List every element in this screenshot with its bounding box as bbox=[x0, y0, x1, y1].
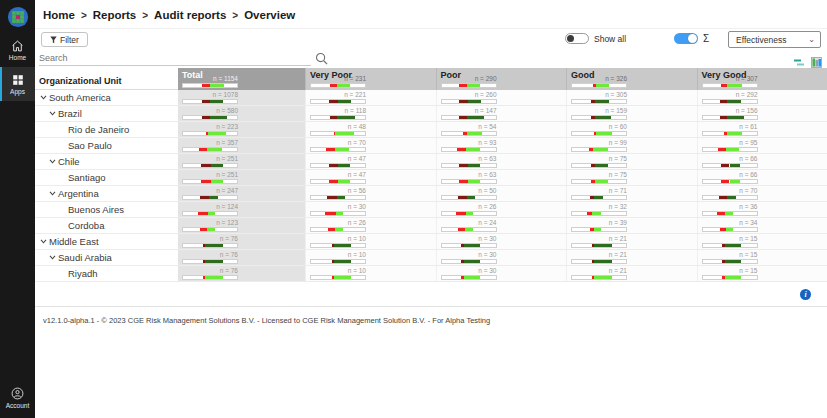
cell-summary: n = 75 bbox=[571, 171, 627, 184]
search-input[interactable] bbox=[39, 51, 311, 66]
bar-red-segment bbox=[329, 164, 338, 167]
collapse-chevron-icon[interactable] bbox=[49, 159, 56, 164]
table-body: South American = 1078n = 221n = 260n = 3… bbox=[35, 90, 827, 282]
distribution-bar bbox=[702, 227, 758, 232]
collapse-chevron-icon[interactable] bbox=[49, 255, 56, 260]
sidebar-item-account[interactable]: Account bbox=[0, 380, 35, 415]
distribution-bar bbox=[571, 179, 627, 184]
bar-green-segment bbox=[466, 148, 480, 151]
column-header-poor[interactable]: Poorn = 290 bbox=[436, 68, 567, 90]
n-count-label: n = 26 bbox=[310, 219, 366, 226]
org-unit-cell[interactable]: Brazil bbox=[35, 106, 178, 121]
org-unit-cell[interactable]: Sao Paulo bbox=[35, 138, 178, 153]
cell-summary: n = 93 bbox=[441, 139, 497, 152]
column-header-good[interactable]: Goodn = 326 bbox=[566, 68, 697, 90]
n-count-label: n = 21 bbox=[571, 251, 627, 258]
cell-summary: n = 54 bbox=[441, 123, 497, 136]
collapse-chevron-icon[interactable] bbox=[49, 111, 56, 116]
bar-green-segment bbox=[468, 100, 482, 103]
bar-green-segment bbox=[726, 148, 740, 151]
bar-green-segment bbox=[338, 164, 350, 167]
effectiveness-dropdown[interactable]: Effectiveness ⌄ bbox=[728, 31, 821, 48]
bar-green-segment bbox=[334, 260, 351, 263]
show-all-toggle[interactable] bbox=[565, 33, 589, 44]
apps-grid-icon bbox=[12, 74, 24, 86]
filter-button-label: Filter bbox=[60, 35, 79, 45]
cell-summary: n = 34 bbox=[702, 219, 758, 232]
value-cell: n = 47 bbox=[305, 170, 436, 185]
value-cell: n = 223 bbox=[178, 122, 305, 137]
bar-green-segment bbox=[209, 196, 218, 199]
n-count-label: n = 147 bbox=[441, 107, 497, 114]
distribution-bar bbox=[182, 163, 238, 168]
value-cell: n = 24 bbox=[436, 218, 567, 233]
distribution-bar bbox=[182, 195, 238, 200]
cell-summary: n = 15 bbox=[702, 251, 758, 264]
n-count-label: n = 34 bbox=[702, 219, 758, 226]
sidebar-item-home[interactable]: Home bbox=[0, 33, 35, 67]
breadcrumb-separator: > bbox=[232, 10, 238, 21]
column-header-very-good[interactable]: Very Goodn = 307 bbox=[697, 68, 827, 90]
n-count-label: n = 307 bbox=[702, 75, 758, 82]
n-count-label: n = 36 bbox=[702, 203, 758, 210]
n-count-label: n = 93 bbox=[441, 139, 497, 146]
n-count-label: n = 15 bbox=[702, 251, 758, 258]
value-cell: n = 251 bbox=[178, 170, 305, 185]
info-icon[interactable]: i bbox=[800, 289, 811, 300]
value-cell: n = 292 bbox=[697, 90, 827, 105]
org-unit-cell[interactable]: Riyadh bbox=[35, 266, 178, 281]
bar-green-segment bbox=[595, 164, 607, 167]
org-unit-cell[interactable]: Middle East bbox=[35, 234, 178, 249]
cell-summary: n = 10 bbox=[310, 251, 366, 264]
org-unit-cell[interactable]: Santiago bbox=[35, 170, 178, 185]
org-unit-cell[interactable]: Rio de Janeiro bbox=[35, 122, 178, 137]
n-count-label: n = 47 bbox=[310, 171, 366, 178]
breadcrumb-separator: > bbox=[81, 10, 87, 21]
n-count-label: n = 21 bbox=[571, 267, 627, 274]
breadcrumb-item[interactable]: Overview bbox=[244, 9, 295, 21]
n-count-label: n = 70 bbox=[702, 187, 758, 194]
bar-red-segment bbox=[330, 84, 338, 87]
bar-green-segment bbox=[205, 276, 223, 279]
collapse-chevron-icon[interactable] bbox=[49, 191, 56, 196]
value-cell: n = 50 bbox=[436, 186, 567, 201]
value-cell: n = 147 bbox=[436, 106, 567, 121]
search-icon[interactable] bbox=[315, 51, 328, 69]
collapse-chevron-icon[interactable] bbox=[40, 95, 47, 100]
cell-summary: n = 10 bbox=[310, 235, 366, 248]
cell-summary: n = 580 bbox=[182, 107, 238, 120]
sidebar-item-apps[interactable]: Apps bbox=[0, 67, 35, 101]
org-unit-cell[interactable]: Saudi Arabia bbox=[35, 250, 178, 265]
distribution-bar bbox=[441, 195, 497, 200]
toolbar: Filter Show all Σ Effectiveness ⌄ bbox=[35, 29, 827, 50]
n-count-label: n = 1154 bbox=[182, 75, 238, 82]
bar-green-segment bbox=[594, 276, 612, 279]
collapse-chevron-icon[interactable] bbox=[40, 239, 47, 244]
distribution-bar bbox=[571, 131, 627, 136]
distribution-bar bbox=[702, 243, 758, 248]
org-unit-cell[interactable]: Cordoba bbox=[35, 218, 178, 233]
breadcrumb-item[interactable]: Home bbox=[43, 9, 75, 21]
distribution-bar bbox=[702, 211, 758, 216]
bar-green-segment bbox=[211, 180, 224, 183]
column-header-very-poor[interactable]: Very Poorn = 231 bbox=[305, 68, 436, 90]
org-unit-cell[interactable]: Chile bbox=[35, 154, 178, 169]
n-count-label: n = 10 bbox=[310, 235, 366, 242]
sigma-toggle[interactable] bbox=[674, 33, 698, 44]
breadcrumb-item[interactable]: Audit reports bbox=[154, 9, 226, 21]
cell-summary: n = 10 bbox=[310, 267, 366, 280]
org-unit-cell[interactable]: Argentina bbox=[35, 186, 178, 201]
breadcrumb-item[interactable]: Reports bbox=[93, 9, 136, 21]
column-header-total[interactable]: Totaln = 1154 bbox=[178, 68, 305, 90]
org-unit-cell[interactable]: South America bbox=[35, 90, 178, 105]
app-logo[interactable] bbox=[0, 0, 35, 33]
org-unit-cell[interactable]: Buenos Aires bbox=[35, 202, 178, 217]
org-unit-label: South America bbox=[49, 92, 111, 103]
toggle-knob bbox=[567, 35, 574, 42]
filter-button[interactable]: Filter bbox=[41, 32, 88, 47]
n-count-label: n = 24 bbox=[441, 219, 497, 226]
bar-green-segment bbox=[594, 228, 602, 231]
n-count-label: n = 30 bbox=[310, 203, 366, 210]
n-count-label: n = 60 bbox=[571, 123, 627, 130]
bar-green-segment bbox=[207, 228, 215, 231]
